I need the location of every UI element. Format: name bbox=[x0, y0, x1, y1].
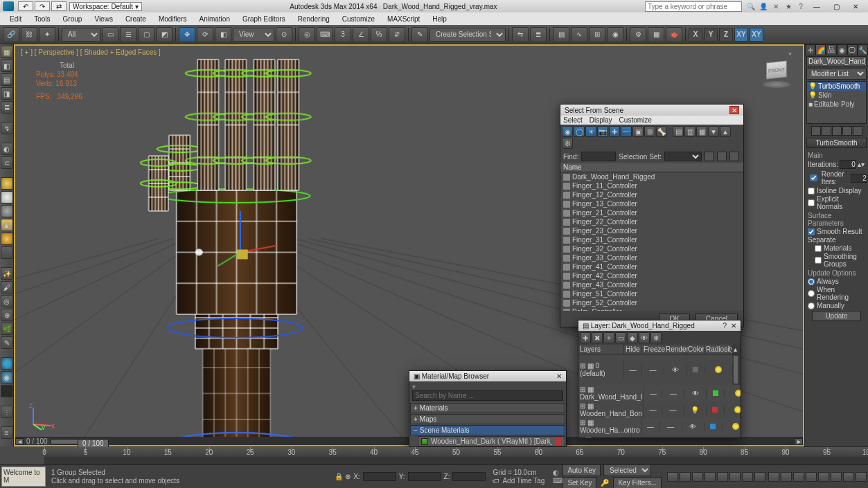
ribbon-swift-icon[interactable]: ◐ bbox=[1, 143, 13, 155]
layer-row[interactable]: ⊞ ▦ Wooden_Hand_Bon——💡 bbox=[578, 401, 741, 418]
object-name-field[interactable]: Dark_Wood_Hand_Rigge bbox=[806, 56, 867, 66]
timeline[interactable]: 0 / 100 05101520253035404550556065707580… bbox=[44, 446, 868, 464]
ribbon-bars-icon[interactable]: ≡ bbox=[1, 426, 13, 439]
scene-item[interactable]: Finger_22_Controller bbox=[560, 217, 743, 226]
viewport-label[interactable]: [ + ] [ Perspective ] [ Shaded + Edged F… bbox=[21, 48, 161, 56]
scene-item[interactable]: Finger_52_Controller bbox=[560, 298, 743, 307]
scene-item[interactable]: Finger_21_Controller bbox=[560, 208, 743, 217]
layer-new-icon[interactable]: ✚ bbox=[580, 332, 591, 343]
select-manipulate-icon[interactable]: ◎ bbox=[299, 27, 315, 42]
scene-material-item[interactable]: Wooden_Hand_Dark ( VRayMtl ) [Dark_Wood_… bbox=[418, 436, 565, 446]
scene-item[interactable]: Finger_12_Controller bbox=[560, 190, 743, 199]
layer-select-obj-icon[interactable]: ▭ bbox=[615, 332, 626, 343]
menu-maxscript[interactable]: MAXScript bbox=[382, 15, 425, 24]
render-iters-spinner[interactable] bbox=[851, 174, 867, 183]
filter-xrefs-icon[interactable]: ⊞ bbox=[644, 126, 655, 137]
select-move-icon[interactable]: ✥ bbox=[179, 27, 195, 42]
auto-key-button[interactable]: Auto Key bbox=[563, 464, 601, 476]
show-end-icon[interactable] bbox=[822, 126, 831, 136]
sfs-set1-icon[interactable] bbox=[705, 152, 714, 161]
menu-modifiers[interactable]: Modifiers bbox=[153, 15, 193, 24]
ribbon-dark-icon[interactable] bbox=[1, 385, 13, 397]
link-button[interactable]: ⇄ bbox=[51, 1, 67, 11]
menu-create[interactable]: Create bbox=[120, 15, 152, 24]
make-unique-icon[interactable] bbox=[832, 126, 842, 136]
selection-set-dropdown[interactable] bbox=[664, 152, 702, 161]
set-key-button[interactable]: Set Key bbox=[563, 477, 596, 488]
key-filters-button[interactable]: Key Filters... bbox=[613, 477, 662, 488]
ribbon-globe2-icon[interactable]: ◉ bbox=[1, 371, 13, 383]
ref-coord-dropdown[interactable]: View bbox=[233, 28, 274, 42]
key-mode-icon[interactable] bbox=[729, 472, 741, 482]
mirror-icon[interactable]: ⇋ bbox=[512, 27, 529, 42]
window-crossing-icon[interactable]: ◩ bbox=[156, 27, 172, 42]
curve-editor-icon[interactable]: ∿ bbox=[571, 27, 587, 42]
named-selection-dropdown[interactable]: Create Selection S bbox=[429, 28, 506, 42]
scene-object-list[interactable]: Dark_Wood_Hand_RiggedFinger_11_Controlle… bbox=[560, 172, 743, 311]
sfs-expand-icon[interactable]: ▼ bbox=[708, 126, 719, 137]
spinner-snap-icon[interactable]: ⇵ bbox=[389, 27, 405, 42]
sfs-config-icon[interactable]: ⚙ bbox=[562, 138, 573, 149]
render-setup-icon[interactable]: ⚙ bbox=[630, 27, 646, 42]
ribbon-cut-icon[interactable]: ↯ bbox=[1, 122, 13, 134]
update-render-radio[interactable] bbox=[808, 290, 815, 297]
next-frame-icon[interactable] bbox=[705, 472, 716, 482]
use-pivot-icon[interactable]: ⊙ bbox=[276, 27, 292, 42]
scene-item[interactable]: Finger_43_Controller bbox=[560, 280, 743, 289]
find-input[interactable] bbox=[581, 152, 616, 161]
menu-tools[interactable]: Tools bbox=[28, 15, 55, 24]
max-toggle-icon[interactable] bbox=[856, 472, 867, 482]
scroll-left-icon[interactable]: ◂ bbox=[15, 438, 24, 445]
sfs-none-icon[interactable]: ▥ bbox=[684, 126, 696, 137]
pin-stack-icon[interactable] bbox=[811, 126, 821, 136]
layer-close-icon[interactable]: ✕ bbox=[731, 322, 736, 329]
material-editor-icon[interactable]: ◉ bbox=[607, 27, 623, 42]
menu-customize[interactable]: Customize bbox=[337, 15, 380, 24]
layer-add-sel-icon[interactable]: ＋ bbox=[603, 332, 614, 343]
prev-frame-icon[interactable] bbox=[680, 472, 691, 482]
keyboard-shortcut-icon[interactable]: ⌨ bbox=[317, 27, 333, 42]
sfs-column-name[interactable]: Name bbox=[560, 163, 743, 172]
scene-item[interactable]: Finger_42_Controller bbox=[560, 271, 743, 280]
tab-modify-icon[interactable]: 🌈 bbox=[815, 44, 826, 55]
menu-help[interactable]: Help bbox=[427, 15, 452, 24]
walk-icon[interactable] bbox=[781, 472, 792, 482]
filter-geometry-icon[interactable]: ◉ bbox=[562, 126, 573, 137]
align-icon[interactable]: ≣ bbox=[530, 27, 547, 42]
material-search-input[interactable] bbox=[412, 390, 563, 401]
menu-views[interactable]: Views bbox=[89, 15, 118, 24]
modifier-stack[interactable]: 💡TurboSmooth 💡Skin ■Editable Poly bbox=[806, 81, 867, 124]
scene-item[interactable]: Finger_51_Controller bbox=[560, 289, 743, 298]
angle-snap-icon[interactable]: ∠ bbox=[353, 27, 369, 42]
smooth-result-check[interactable] bbox=[808, 228, 815, 235]
rendered-frame-icon[interactable]: ▦ bbox=[648, 27, 664, 42]
iterations-spinner[interactable] bbox=[840, 160, 856, 169]
scene-item[interactable]: Finger_41_Controller bbox=[560, 262, 743, 271]
sfs-set2-icon[interactable] bbox=[717, 152, 727, 161]
selection-filter-dropdown[interactable]: All bbox=[62, 28, 100, 42]
isoline-check[interactable] bbox=[808, 188, 815, 195]
explicit-normals-check[interactable] bbox=[808, 199, 815, 206]
ribbon-sphere-yellow-icon[interactable] bbox=[1, 177, 13, 190]
constraint-xy2[interactable]: XY bbox=[750, 28, 763, 42]
maximize-button[interactable]: ▢ bbox=[826, 3, 846, 10]
materials-section[interactable]: +Materials bbox=[410, 403, 565, 413]
sfs-all-icon[interactable]: ▤ bbox=[673, 126, 684, 137]
coord-x-input[interactable] bbox=[363, 472, 396, 481]
scene-item[interactable]: Finger_32_Controller bbox=[560, 244, 743, 253]
filter-bone-icon[interactable]: 🦴 bbox=[656, 126, 667, 137]
time-config-icon[interactable] bbox=[742, 472, 753, 482]
close-icon[interactable]: ✕ bbox=[729, 106, 739, 114]
render-iters-check[interactable] bbox=[808, 174, 820, 181]
tab-utilities-icon[interactable]: 🔧 bbox=[858, 44, 868, 55]
layer-highlight-icon[interactable]: ◆ bbox=[627, 332, 638, 343]
layer-row[interactable]: ⊞ ▦ Dark_Wood_Hand_I——👁 bbox=[578, 385, 741, 401]
ribbon-selection-icon[interactable]: ▤ bbox=[1, 73, 13, 86]
ribbon-freeform-icon[interactable]: ◧ bbox=[1, 60, 13, 72]
select-rect-icon[interactable]: ▢ bbox=[138, 27, 154, 42]
menu-animation[interactable]: Animation bbox=[193, 15, 235, 24]
zoom-extents-icon[interactable] bbox=[831, 472, 842, 482]
coord-z-input[interactable] bbox=[452, 472, 486, 481]
layer-manager-icon[interactable]: ▤ bbox=[553, 27, 569, 42]
sep-materials-check[interactable] bbox=[815, 245, 822, 252]
